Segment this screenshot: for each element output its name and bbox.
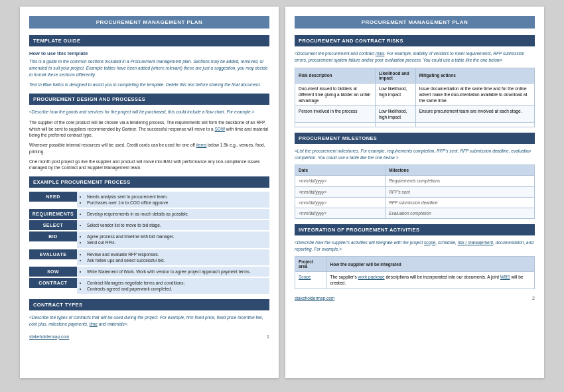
page1-header: PROCUREMENT MANAGEMENT PLAN <box>29 16 269 29</box>
risks-title: PROCUREMENT AND CONTRACT RISKS <box>295 35 535 46</box>
milestones-section: PROCUREMENT MILESTONES <List the procure… <box>295 133 535 219</box>
template-guide-section: TEMPLATE GUIDE How to use this template … <box>29 35 269 88</box>
process-label: SOW <box>29 267 77 277</box>
template-guide-title: TEMPLATE GUIDE <box>29 35 269 46</box>
contract-types-section: CONTRACT TYPES <Describe the types of co… <box>29 299 269 328</box>
procurement-design-text3: Wherever possible internal resources wil… <box>29 142 269 155</box>
process-row: BIDAgree process and timeline with bid m… <box>29 231 269 247</box>
process-desc: Agree process and timeline with bid mana… <box>77 231 269 247</box>
integration-title: INTEGRATION OF PROCUREMENT ACTIVITIES <box>295 224 535 235</box>
page1-footer-num: 1 <box>267 334 269 339</box>
procurement-design-section: PROCUREMENT DESIGN AND PROCESSES <Descri… <box>29 94 269 171</box>
milestone-header-2: Milestone <box>386 165 535 176</box>
process-row: NEEDNeeds analysis sent to procurement t… <box>29 192 269 208</box>
risks-section: PROCUREMENT AND CONTRACT RISKS <Document… <box>295 35 535 127</box>
process-steps: NEEDNeeds analysis sent to procurement t… <box>29 192 269 294</box>
page-1: PROCUREMENT MANAGEMENT PLAN TEMPLATE GUI… <box>20 7 279 378</box>
milestone-header-1: Date <box>295 165 386 176</box>
example-process-title: EXAMPLE PROCUREMENT PROCESS <box>29 176 269 188</box>
sow-link[interactable]: SOW <box>215 127 226 131</box>
contract-types-text: <Describe the types of contracts that wi… <box>29 314 269 328</box>
process-desc: Needs analysis sent to procurement team.… <box>77 192 269 208</box>
risk-header-2: Likelihood and impact <box>375 68 415 83</box>
risk-header-3: Mitigating actions <box>415 68 534 83</box>
process-row: SELECTSelect vendor list to move to bid … <box>29 220 269 230</box>
page2-footer-num: 2 <box>532 296 535 300</box>
page2-footer-link[interactable]: stakeholdermap.com <box>295 296 334 300</box>
risk-header-1: Risk description <box>295 68 376 83</box>
page1-footer-link[interactable]: stakeholdermap.com <box>29 334 69 339</box>
table-row: Document issued to bidders at different … <box>295 83 535 105</box>
page1-footer: stakeholdermap.com 1 <box>29 334 269 339</box>
process-label: EVALUATE <box>29 249 77 259</box>
integration-table: Project area How the supplier will be in… <box>295 256 535 289</box>
process-desc: Select vendor list to move to bid stage. <box>77 220 269 230</box>
page2-footer: stakeholdermap.com 2 <box>295 296 535 300</box>
milestones-intro: <List the procurement milestones. For ex… <box>295 148 535 161</box>
process-desc: Write Statement of Work. Work with vendo… <box>77 267 269 277</box>
contract-types-title: CONTRACT TYPES <box>29 299 269 310</box>
page-2: PROCUREMENT MANAGEMENT PLAN PROCUREMENT … <box>285 7 544 378</box>
process-label: SELECT <box>29 220 77 230</box>
template-guide-text1: This is a guide to the common sections i… <box>29 58 269 78</box>
process-row: SOWWrite Statement of Work. Work with ve… <box>29 267 269 277</box>
procurement-design-title: PROCUREMENT DESIGN AND PROCESSES <box>29 94 269 105</box>
procurement-design-text1: <Describe how the goods and services for… <box>29 109 269 115</box>
table-row: <mm/dd/yyyy>RFP's sent <box>295 186 535 197</box>
process-row: REQUIREMENTSDevelop requirements in as m… <box>29 209 269 219</box>
template-guide-subsection: How to use this template <box>29 50 269 56</box>
process-row: EVALUATEReview and evaluate RFP response… <box>29 249 269 265</box>
integration-header-1: Project area <box>295 257 326 272</box>
risks-intro: <Document the procurement and contract r… <box>295 50 535 64</box>
example-process-section: EXAMPLE PROCUREMENT PROCESS NEEDNeeds an… <box>29 176 269 294</box>
procurement-design-text2: The supplier of the core product will be… <box>29 119 269 139</box>
process-desc: Contract Managers negotiate terms and co… <box>77 278 269 294</box>
table-row: ScopeThe supplier's work package descrip… <box>295 272 535 289</box>
table-row: <mm/dd/yyyy>RFP submission deadline <box>295 197 535 208</box>
process-label: NEED <box>29 192 77 202</box>
integration-section: INTEGRATION OF PROCUREMENT ACTIVITIES <D… <box>295 224 535 289</box>
table-row: <mm/dd/yyyy>Evaluation completion <box>295 208 535 218</box>
process-desc: Develop requirements in as much details … <box>77 209 269 219</box>
template-guide-text2: Text in Blue Italics is designed to assi… <box>29 82 269 88</box>
items-link[interactable]: items <box>196 143 207 147</box>
process-label: CONTRACT <box>29 278 77 288</box>
page2-header: PROCUREMENT MANAGEMENT PLAN <box>295 16 535 29</box>
procurement-design-text4: One month post project go live the suppl… <box>29 159 269 172</box>
process-label: BID <box>29 231 77 241</box>
table-row: Person involved in the processLow likeli… <box>295 105 535 122</box>
process-row: CONTRACTContract Managers negotiate term… <box>29 278 269 294</box>
table-row <box>295 122 535 127</box>
integration-intro: <Describe how the supplier's activities … <box>295 239 535 253</box>
risks-table: Risk description Likelihood and impact M… <box>295 68 535 127</box>
process-label: REQUIREMENTS <box>29 209 77 219</box>
process-desc: Review and evaluate RFP responses.Ask fo… <box>77 249 269 265</box>
integration-header-2: How the supplier will be integrated <box>326 257 535 272</box>
milestones-title: PROCUREMENT MILESTONES <box>295 133 535 144</box>
table-row: <mm/dd/yyyy>Requirements completions <box>295 176 535 186</box>
milestones-table: Date Milestone <mm/dd/yyyy>Requirements … <box>295 164 535 218</box>
